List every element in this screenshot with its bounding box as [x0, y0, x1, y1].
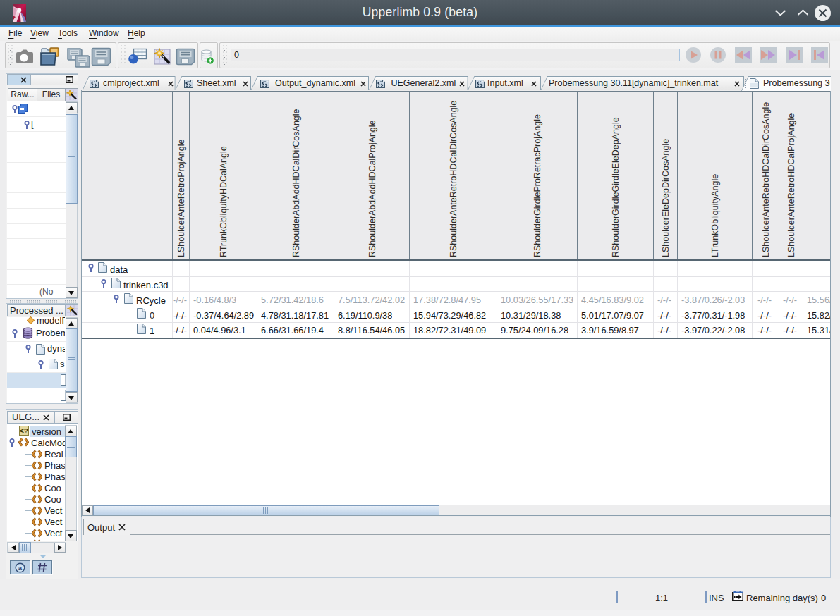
svg-text:a: a [18, 564, 23, 572]
svg-text:<?: <? [20, 428, 28, 436]
